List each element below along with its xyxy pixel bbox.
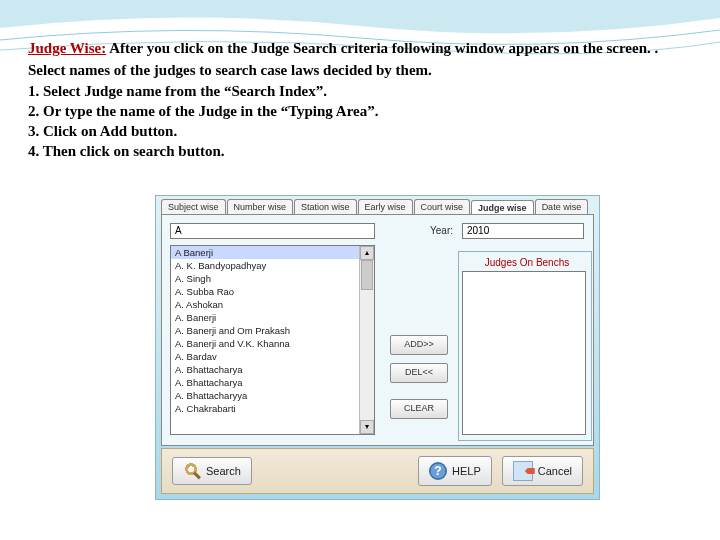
list-item[interactable]: A. Banerji and V.K. Khanna (171, 337, 374, 350)
tab-station-wise[interactable]: Station wise (294, 199, 357, 214)
tab-bar: Subject wise Number wise Station wise Ea… (155, 195, 600, 214)
add-button[interactable]: ADD>> (390, 335, 448, 355)
listbox-scrollbar[interactable]: ▴ ▾ (359, 246, 374, 434)
list-item[interactable]: A. Subba Rao (171, 285, 374, 298)
search-icon (183, 462, 201, 480)
search-window: Subject wise Number wise Station wise Ea… (155, 195, 600, 500)
step-3: 3. Click on Add button. (28, 121, 692, 141)
benchs-listbox[interactable] (462, 271, 586, 435)
cancel-button[interactable]: Cancel (502, 456, 583, 486)
scroll-thumb[interactable] (361, 260, 373, 290)
list-item[interactable]: A. Bhattacharya (171, 363, 374, 376)
scroll-up-icon[interactable]: ▴ (360, 246, 374, 260)
list-item[interactable]: A. Bhattacharyya (171, 389, 374, 402)
intro-text: After you click on the Judge Search crit… (106, 40, 658, 56)
help-button[interactable]: ? HELP (418, 456, 492, 486)
list-item[interactable]: A. K. Bandyopadhyay (171, 259, 374, 272)
typing-area-input[interactable]: A (170, 223, 375, 239)
clear-button[interactable]: CLEAR (390, 399, 448, 419)
help-icon: ? (429, 462, 447, 480)
tab-early-wise[interactable]: Early wise (358, 199, 413, 214)
list-item[interactable]: A. Banerji (171, 311, 374, 324)
list-item[interactable]: A. Banerji and Om Prakash (171, 324, 374, 337)
line-select-names: Select names of the judges to search cas… (28, 60, 692, 80)
tab-court-wise[interactable]: Court wise (414, 199, 471, 214)
list-item[interactable]: A. Ashokan (171, 298, 374, 311)
list-item[interactable]: A. Chakrabarti (171, 402, 374, 415)
list-item[interactable]: A. Bardav (171, 350, 374, 363)
help-button-label: HELP (452, 465, 481, 477)
tab-subject-wise[interactable]: Subject wise (161, 199, 226, 214)
list-item[interactable]: A. Bhattacharya (171, 376, 374, 389)
tab-panel: A Year: 2010 A Banerji A. K. Bandyopadhy… (161, 214, 594, 446)
benchs-label: Judges On Benchs (472, 257, 582, 268)
list-item[interactable]: A. Singh (171, 272, 374, 285)
scroll-down-icon[interactable]: ▾ (360, 420, 374, 434)
step-2: 2. Or type the name of the Judge in the … (28, 101, 692, 121)
year-input[interactable]: 2010 (462, 223, 584, 239)
search-button[interactable]: Search (172, 457, 252, 485)
year-label: Year: (430, 225, 453, 236)
tab-number-wise[interactable]: Number wise (227, 199, 294, 214)
step-1: 1. Select Judge name from the “Search In… (28, 81, 692, 101)
search-index-listbox[interactable]: A Banerji A. K. Bandyopadhyay A. Singh A… (170, 245, 375, 435)
tab-date-wise[interactable]: Date wise (535, 199, 589, 214)
cancel-icon (513, 461, 533, 481)
instruction-text-block: Judge Wise: After you click on the Judge… (0, 0, 720, 162)
heading-judge-wise: Judge Wise: (28, 40, 106, 56)
del-button[interactable]: DEL<< (390, 363, 448, 383)
list-item[interactable]: A Banerji (171, 246, 374, 259)
tab-judge-wise[interactable]: Judge wise (471, 200, 534, 215)
search-button-label: Search (206, 465, 241, 477)
cancel-button-label: Cancel (538, 465, 572, 477)
step-4: 4. Then click on search button. (28, 141, 692, 161)
bottom-toolbar: Search ? HELP Cancel (161, 448, 594, 494)
